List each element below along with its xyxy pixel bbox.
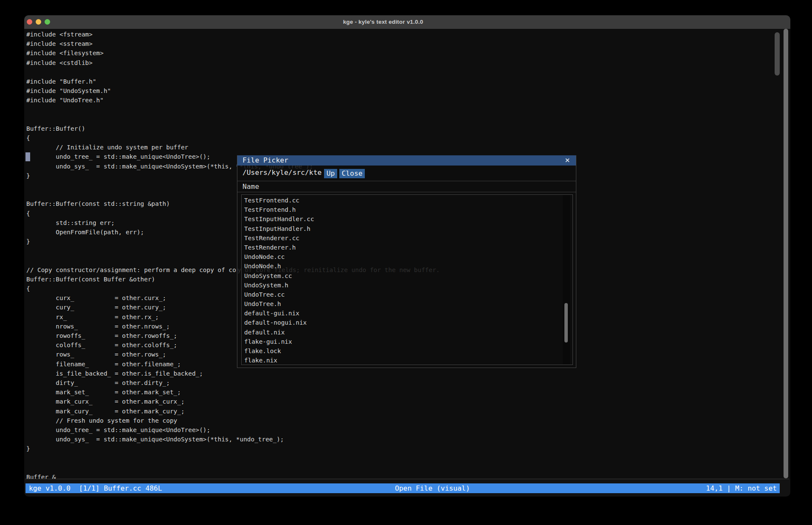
- file-list-item[interactable]: UndoSystem.cc: [244, 271, 558, 281]
- file-list-item[interactable]: flake-gui.nix: [244, 337, 558, 346]
- divider: [237, 192, 576, 192]
- status-bar: kge v1.0.0 [1/1] Buffer.cc 486L Open Fil…: [25, 483, 780, 493]
- statusbar-separator: [25, 479, 789, 479]
- file-list-item[interactable]: default-nogui.nix: [244, 318, 558, 327]
- code-line: [26, 105, 782, 115]
- window-title: kge - kyle's text editor v1.0.0: [0, 15, 766, 29]
- code-line: #include <sstream>: [26, 39, 782, 48]
- dialog-title: File Picker: [242, 155, 288, 166]
- code-line: Buffer &: [26, 472, 782, 479]
- status-mode: Open File (visual): [395, 483, 470, 493]
- file-list-item[interactable]: TestRenderer.cc: [244, 233, 558, 243]
- code-line: }: [26, 444, 782, 453]
- code-line: is_file_backed_ = other.is_file_backed_;: [26, 369, 782, 378]
- code-line: dirty_ = other.dirty_;: [26, 378, 782, 387]
- file-list-item[interactable]: UndoSystem.h: [244, 281, 558, 290]
- file-list-item[interactable]: UndoNode.cc: [244, 252, 558, 261]
- divider: [237, 181, 576, 181]
- code-line: Buffer::Buffer(): [26, 124, 782, 133]
- code-line: #include "Buffer.h": [26, 77, 782, 86]
- file-list-item[interactable]: default.nix: [244, 328, 558, 337]
- file-list-item[interactable]: UndoNode.h: [244, 261, 558, 271]
- code-line: // Initialize undo system per buffer: [26, 143, 782, 152]
- file-list-item[interactable]: default-gui.nix: [244, 309, 558, 318]
- code-line: #include <fstream>: [26, 30, 782, 39]
- code-line: mark_set_ = other.mark_set_;: [26, 387, 782, 397]
- file-list[interactable]: TestFrontend.ccTestFrontend.hTestInputHa…: [241, 194, 573, 365]
- file-list-item[interactable]: flake.lock: [244, 346, 558, 356]
- file-list-item[interactable]: TestInputHandler.cc: [244, 214, 558, 224]
- code-line: [26, 453, 782, 463]
- window-scrollbar[interactable]: [784, 29, 788, 478]
- file-list-item[interactable]: TestRenderer.h: [244, 243, 558, 252]
- close-button[interactable]: Close: [339, 169, 365, 178]
- status-file-info: kge v1.0.0 [1/1] Buffer.cc 486L: [29, 483, 162, 493]
- dialog-titlebar[interactable]: File Picker ✕: [237, 155, 576, 166]
- code-line: // Fresh undo system for the copy: [26, 416, 782, 425]
- screen: kge - kyle's text editor v1.0.0 #include…: [0, 0, 812, 525]
- status-cursor-position: 14,1 | M: not set: [706, 483, 777, 493]
- code-line: [26, 463, 782, 472]
- file-picker-dialog: *this, *undo_tree_); y of core fields; r…: [237, 155, 576, 368]
- code-line: #include <filesystem>: [26, 48, 782, 58]
- code-line: [26, 67, 782, 77]
- code-line: #include "UndoTree.h": [26, 95, 782, 105]
- code-line: mark_cury_ = other.mark_cury_;: [26, 407, 782, 416]
- name-column-header: Name: [242, 181, 259, 192]
- dialog-path-row: /Users/kyle/src/kte Up Close: [237, 167, 576, 179]
- code-line: mark_curx_ = other.mark_curx_;: [26, 397, 782, 406]
- code-line: #include "UndoSystem.h": [26, 86, 782, 95]
- file-list-item[interactable]: TestFrontend.cc: [244, 196, 558, 205]
- file-list-item[interactable]: UndoTree.cc: [244, 290, 558, 299]
- editor-scrollbar-thumb[interactable]: [775, 32, 780, 76]
- file-list-item[interactable]: TestInputHandler.h: [244, 224, 558, 233]
- code-line: undo_sys_ = std::make_unique<UndoSystem>…: [26, 435, 782, 444]
- file-list-item[interactable]: TestFrontend.h: [244, 205, 558, 214]
- code-line: [26, 115, 782, 124]
- up-button[interactable]: Up: [324, 169, 337, 178]
- file-list-item[interactable]: UndoTree.h: [244, 299, 558, 309]
- code-line: #include <cstdlib>: [26, 58, 782, 67]
- file-list-item[interactable]: flake.nix: [244, 356, 558, 365]
- file-list-scrollbar-thumb[interactable]: [564, 303, 568, 343]
- text-cursor: [25, 152, 30, 161]
- code-line: {: [26, 133, 782, 143]
- file-items: TestFrontend.ccTestFrontend.hTestInputHa…: [244, 196, 558, 365]
- code-line: undo_tree_ = std::make_unique<UndoTree>(…: [26, 425, 782, 435]
- current-path: /Users/kyle/src/kte: [242, 167, 321, 178]
- close-icon[interactable]: ✕: [563, 155, 572, 166]
